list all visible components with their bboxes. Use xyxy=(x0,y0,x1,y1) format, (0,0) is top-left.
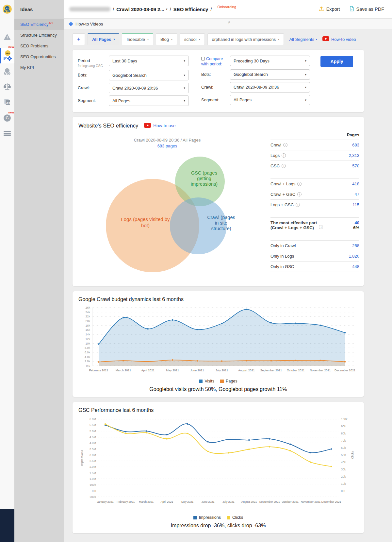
row-value[interactable]: 1,820 xyxy=(349,254,359,259)
sidebar-item-seo-problems[interactable]: SEO Problems xyxy=(14,41,64,51)
row-value[interactable]: 115 xyxy=(352,202,359,207)
sidebar-item-crawler[interactable] xyxy=(0,67,14,78)
sidebar-item-my-kpi[interactable]: My KPI xyxy=(14,62,64,73)
crawl-select[interactable]: Crawl 2020-08-09 20:36 ▾ xyxy=(109,83,189,93)
apply-button[interactable]: Apply xyxy=(320,56,353,67)
redacted-site-name xyxy=(69,7,110,11)
efficiency-row-only-in-logs: Only in Logs1,820 xyxy=(270,251,359,261)
compare-bots-select[interactable]: Googlebot Search ▾ xyxy=(230,69,310,80)
venn-diagram: Logs (pages visited bybot)GSC (pagesgett… xyxy=(78,154,261,284)
collapse-chevrons-icon[interactable]: » xyxy=(227,21,232,24)
svg-text:22k: 22k xyxy=(85,315,90,318)
tab-orphaned-in-logs-with-impressions[interactable]: orphaned in logs with impressions▾ xyxy=(207,33,284,45)
breadcrumb-separator: / xyxy=(113,7,114,12)
compare-with-period-checkbox[interactable]: Compare with period: xyxy=(201,56,230,67)
efficiency-row-crawl-logs: Crawl + Logsi418 xyxy=(270,178,359,189)
tab-school[interactable]: school▾ xyxy=(180,33,205,45)
efficiency-row-crawl-gsc: Crawl + GSCi47 xyxy=(270,189,359,199)
sidebar-item-structure-efficiency[interactable]: Structure Efficiency xyxy=(14,30,64,41)
info-icon[interactable]: i xyxy=(297,182,302,186)
legend-item-visits[interactable]: Visits xyxy=(199,379,214,383)
svg-text:70k: 70k xyxy=(341,439,346,442)
row-value[interactable]: 406% xyxy=(353,220,359,230)
row-value[interactable]: 570 xyxy=(352,163,359,168)
onboarding-badge[interactable]: Onboarding xyxy=(218,5,237,9)
period-label: Period for logs ang GSC xyxy=(78,56,109,68)
compare-period-select[interactable]: Preceding 30 Days ▾ xyxy=(230,56,310,66)
all-segments-link[interactable]: All Segments ▾ xyxy=(289,33,317,45)
hot-badge: hot xyxy=(49,22,53,25)
svg-text:May 2021: May 2021 xyxy=(166,369,179,372)
row-value[interactable]: 418 xyxy=(352,181,359,186)
legend-swatch xyxy=(227,516,230,519)
row-value[interactable]: 683 xyxy=(352,143,359,147)
info-icon[interactable]: i xyxy=(282,164,286,168)
sidebar-item-seo-opportunities[interactable]: SEO Opportunities xyxy=(14,51,64,62)
row-label: Crawli xyxy=(270,143,287,147)
efficiency-row-gsc: GSCi570 xyxy=(270,161,359,171)
legend-item-pages[interactable]: Pages xyxy=(220,379,237,383)
svg-text:-500k: -500k xyxy=(89,495,96,499)
bots-select[interactable]: Googlebot Search ▾ xyxy=(109,70,189,80)
period-select[interactable]: Last 30 Days ▾ xyxy=(109,56,189,66)
svg-text:100k: 100k xyxy=(341,417,348,421)
primary-filters: Period for logs ang GSC Last 30 Days ▾ B… xyxy=(78,56,189,108)
howto-use-link[interactable]: How-to use xyxy=(144,123,175,129)
sidebar-item-compare[interactable] xyxy=(0,82,14,93)
compare-crawl-select[interactable]: Crawl 2020-08-09 20:36 ▾ xyxy=(230,82,310,93)
caret-down-icon: ▾ xyxy=(305,59,306,62)
row-value[interactable]: 47 xyxy=(355,192,359,197)
caret-down-icon: ▾ xyxy=(305,73,306,76)
info-icon[interactable]: i xyxy=(282,153,286,158)
tab-blog[interactable]: Blog▾ xyxy=(156,33,177,45)
sidebar-item-label: Structure Efficiency xyxy=(20,33,57,38)
segment-select[interactable]: All Pages ▾ xyxy=(109,95,189,106)
legend-swatch xyxy=(199,380,203,383)
sidebar-item-seo-efficiency[interactable]: SEO Efficiencyhot xyxy=(14,19,64,30)
svg-text:July 2021: July 2021 xyxy=(222,500,235,503)
sidebar-item-reports[interactable] xyxy=(0,129,14,139)
svg-text:6.0k: 6.0k xyxy=(85,351,90,354)
howto-videos-bar[interactable]: How-to Videos » xyxy=(64,19,392,29)
info-icon[interactable]: i xyxy=(297,192,302,196)
save-as-pdf-button[interactable]: Save as PDF xyxy=(349,6,384,12)
tab-indexable[interactable]: Indexable▾ xyxy=(122,33,153,45)
caret-down-icon: ▾ xyxy=(184,74,185,77)
app-logo[interactable] xyxy=(0,4,14,16)
svg-text:January 2021: January 2021 xyxy=(97,500,114,503)
chart-caption: Googlebot visits growth 50%, Googlebot p… xyxy=(78,386,358,392)
howto-video-link[interactable]: How-to video xyxy=(322,33,356,45)
info-icon[interactable]: i xyxy=(296,203,300,207)
breadcrumb-crawl[interactable]: Crawl 2020-08-09 2... xyxy=(116,7,164,12)
caret-down-icon: ▾ xyxy=(184,99,185,102)
row-value[interactable]: 258 xyxy=(352,243,359,248)
legend-item-impressions[interactable]: Impressions xyxy=(193,515,221,520)
svg-text:April 2021: April 2021 xyxy=(161,500,173,503)
add-segment-tab-button[interactable]: + xyxy=(73,33,85,45)
tab-all-pages[interactable]: All Pages▾ xyxy=(88,33,120,45)
info-icon[interactable]: i xyxy=(319,225,323,229)
row-value[interactable]: 448 xyxy=(352,264,359,269)
compare-segment-select[interactable]: All Pages ▾ xyxy=(230,95,310,105)
breadcrumb-separator: / xyxy=(170,7,171,12)
svg-text:50k: 50k xyxy=(341,453,346,457)
sidebar-item-problems[interactable] xyxy=(0,32,14,43)
sidebar-item-gsc[interactable]: new G xyxy=(0,113,14,124)
period-sublabel: for logs ang GSC xyxy=(78,64,109,68)
svg-text:12k: 12k xyxy=(85,337,90,341)
sidebar-item-label: SEO Opportunities xyxy=(20,54,56,59)
row-value[interactable]: 2,313 xyxy=(349,153,359,158)
pages-count-link[interactable]: 683 pages xyxy=(157,144,177,148)
sidebar-item-logs[interactable]: LOG xyxy=(0,97,14,109)
info-icon[interactable]: i xyxy=(283,143,287,147)
sidebar-title: Ideas xyxy=(14,0,64,19)
caret-down-icon[interactable]: ▾ xyxy=(166,8,168,11)
export-button[interactable]: Export xyxy=(319,6,340,12)
octopus-gray-icon xyxy=(3,67,12,77)
svg-text:3.5M: 3.5M xyxy=(90,448,96,451)
caret-down-icon: ▾ xyxy=(184,59,185,62)
gsc-g-icon: G xyxy=(3,114,11,124)
tabs-container: All Pages▾Indexable▾Blog▾school▾orphaned… xyxy=(88,33,286,45)
sidebar-item-seo-ideas[interactable]: new SEO xyxy=(0,48,14,63)
legend-item-clicks[interactable]: Clicks xyxy=(227,515,243,520)
